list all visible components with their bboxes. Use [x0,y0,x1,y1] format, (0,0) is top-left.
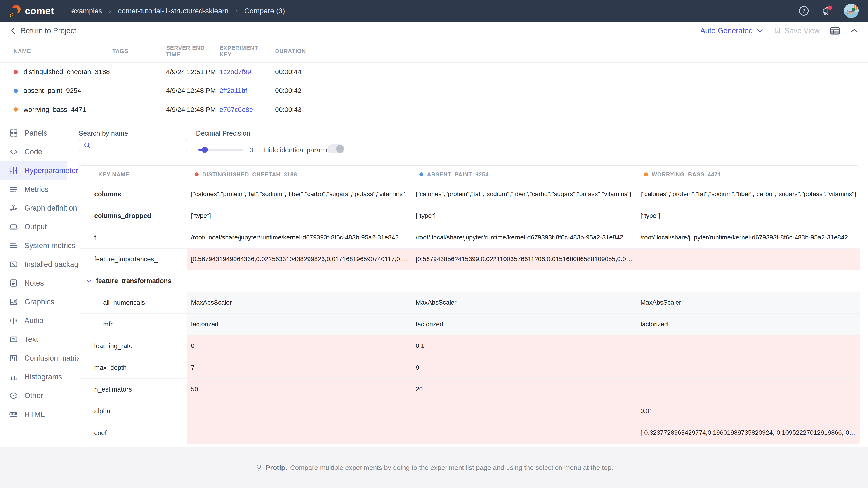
param-value: MaxAbsScaler [187,292,412,313]
collapse-panel-button[interactable] [850,28,858,33]
sidebar-item-metrics[interactable]: Metrics [0,180,67,199]
experiment-key-link[interactable]: 1c2bd7f99 [219,68,251,75]
sidebar-item-graphics[interactable]: Graphics [0,292,67,311]
param-key: learning_rate [79,335,187,357]
param-value: [0.5679431949064336,0.022563310438299823… [187,249,412,270]
param-value: /root/.local/share/jupyter/runtime/kerne… [637,227,860,248]
experiment-end-time: 4/9/24 12:51 PM [163,68,216,76]
return-label: Return to Project [20,26,76,35]
view-toolbar: Return to Project Auto Generated Save Vi… [0,22,868,40]
bookmark-icon [774,26,781,35]
save-view-button[interactable]: Save View [774,26,819,35]
param-row-n-estimators: n_estimators 50 20 [79,379,860,400]
experiment-color-dot [13,107,18,111]
param-value [637,357,860,379]
sidebar-item-other[interactable]: Other [0,386,67,405]
sidebar-item-label: Code [24,148,42,156]
hide-identical-toggle[interactable] [327,144,344,153]
param-value: factorized [412,314,637,335]
param-value: ["calories","protein","fat","sodium","fi… [637,184,860,205]
param-key: columns_dropped [79,205,187,227]
experiment-name: absent_paint_9254 [24,87,81,94]
sidebar-item-installed-packages[interactable]: Py Installed packages [0,255,67,273]
col-header-key-name: KEY NAME [79,171,187,178]
sidebar-item-histograms[interactable]: Histograms [0,367,67,386]
system-metrics-icon [9,241,18,250]
slider-knob[interactable] [202,147,208,153]
sidebar-item-label: Notes [24,279,44,287]
param-key-expandable[interactable]: feature_transformations [79,270,187,292]
experiments-table-header: NAME TAGS SERVER END TIME EXPERIMENT KEY… [0,40,868,63]
param-value: ["calories","protein","fat","sodium","fi… [187,184,412,205]
col-header-name: NAME [0,40,109,62]
breadcrumb-workspace[interactable]: examples [71,7,102,15]
chevron-up-icon [850,28,858,33]
hyperparameters-icon [9,166,18,175]
experiment-color-dot [13,89,18,93]
view-selector-dropdown[interactable]: Auto Generated [700,26,763,35]
param-key: all_numericals [79,292,187,313]
param-value [187,270,412,292]
experiment-row[interactable]: worrying_bass_4471 4/9/24 12:48 PM e767c… [0,100,868,119]
breadcrumb-compare[interactable]: Compare (3) [244,7,285,15]
breadcrumb-separator: › [109,7,111,15]
lightbulb-icon [255,464,263,472]
svg-text:Py: Py [12,263,16,266]
decimal-precision-value: 3 [250,146,253,154]
sidebar-item-label: Text [24,335,38,344]
col-header-experiment-3: WORRYING_BASS_4471 [637,171,860,178]
compare-sidebar: Panels Code Hyperparameters Metrics Grap… [0,119,67,447]
nav-right: ? [798,4,859,18]
histograms-icon [9,372,18,381]
param-value [187,400,412,422]
experiment-name: worrying_bass_4471 [24,106,86,113]
experiment-key-link[interactable]: e767c6e8e [219,106,253,113]
sidebar-item-notes[interactable]: Notes [0,273,67,292]
sidebar-item-code[interactable]: Code [0,142,67,161]
breadcrumb-separator: › [235,7,238,15]
decimal-precision-slider[interactable] [198,149,243,151]
experiment-duration: 00:00:43 [272,106,868,113]
sidebar-item-graph-definition[interactable]: Graph definition [0,199,67,217]
sidebar-item-label: Graphics [24,297,54,306]
sidebar-item-label: Panels [24,129,47,137]
return-to-project-button[interactable]: Return to Project [10,26,76,35]
sidebar-item-html[interactable]: HTML HTML [0,405,67,424]
experiment-name: distinguished_cheetah_3188 [24,68,110,76]
comet-logo[interactable]: comet [8,4,54,18]
svg-text:Tt: Tt [12,338,15,341]
graphics-icon [9,297,18,306]
text-icon: Tt [9,335,18,344]
param-value: factorized [187,314,412,335]
breadcrumb-project[interactable]: comet-tutorial-1-structured-sklearn [118,7,228,15]
experiment-row[interactable]: distinguished_cheetah_3188 4/9/24 12:51 … [0,63,868,81]
announcements-icon[interactable] [820,4,833,17]
sidebar-item-label: Metrics [24,185,49,194]
save-view-label: Save View [784,26,819,35]
table-layout-button[interactable] [830,26,840,35]
param-value: 20 [412,379,637,400]
help-icon[interactable]: ? [798,5,810,17]
sidebar-item-audio[interactable]: Audio [0,311,67,330]
sidebar-item-panels[interactable]: Panels [0,124,67,142]
param-key: mfr [79,314,187,335]
notification-dot [828,5,832,10]
hyperparameters-compare-table: KEY NAME DISTINGUISHED_CHEETAH_3188 ABSE… [79,165,860,444]
breadcrumb: examples › comet-tutorial-1-structured-s… [71,7,285,15]
user-avatar[interactable] [844,4,859,18]
param-key: f [79,227,187,248]
sidebar-item-confusion-matrix[interactable]: Confusion matrix [0,349,67,367]
search-input[interactable] [79,139,187,151]
sidebar-item-text[interactable]: Tt Text [0,330,67,349]
experiment-key-link[interactable]: 2ff2a11bf [219,87,247,94]
hyperparameters-panel: Search by name Decimal Precision 3 Hide … [67,119,868,447]
sidebar-item-system-metrics[interactable]: System metrics [0,236,67,255]
param-value: ["calories","protein","fat","sodium","fi… [412,184,637,205]
experiment-row[interactable]: absent_paint_9254 4/9/24 12:48 PM 2ff2a1… [0,81,868,100]
sidebar-item-hyperparameters[interactable]: Hyperparameters [0,161,67,180]
param-value: 7 [187,357,412,379]
chevron-left-icon [10,27,16,35]
sidebar-item-label: Output [24,223,47,231]
param-value [412,422,637,444]
sidebar-item-output[interactable]: Output [0,217,67,236]
